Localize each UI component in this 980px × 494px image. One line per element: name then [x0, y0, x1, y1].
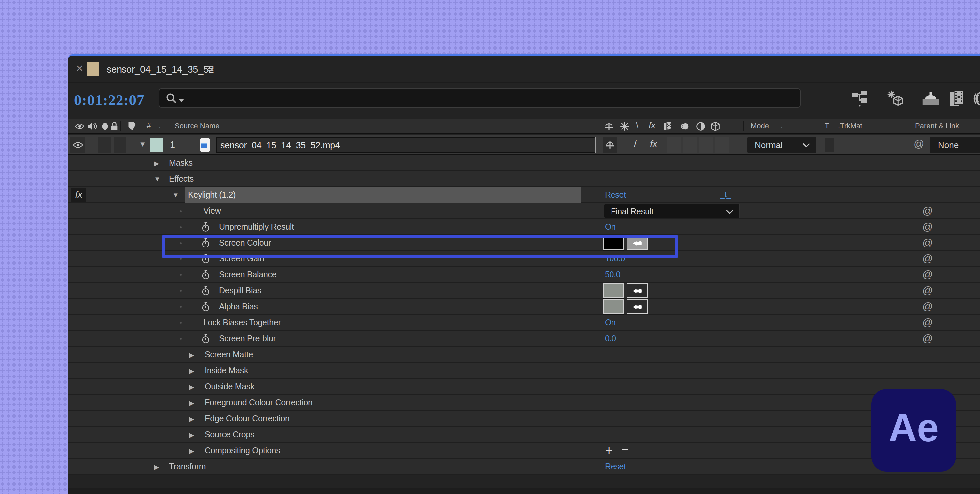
twirl-closed-icon[interactable]: ▶	[189, 431, 194, 439]
parent-pickwhip-icon[interactable]: @	[914, 138, 924, 150]
motion-blur-switch-icon[interactable]	[680, 121, 689, 131]
twirl-closed-icon[interactable]: ▶	[189, 399, 194, 407]
property-value[interactable]: 100.0	[605, 254, 625, 263]
row-view[interactable]: ViewFinal Result@	[68, 203, 980, 219]
tab-title[interactable]: sensor_04_15_14_35_52	[107, 64, 214, 75]
quality-switch-icon[interactable]: \	[636, 120, 638, 131]
solo-icon[interactable]	[100, 121, 110, 131]
panel-menu-icon[interactable]: ≡	[207, 63, 214, 74]
property-pickwhip-icon[interactable]: @	[923, 221, 933, 233]
stopwatch-icon[interactable]	[201, 222, 210, 232]
motion-blur-icon[interactable]	[973, 90, 980, 107]
composition-mini-flowchart-icon[interactable]	[851, 90, 869, 107]
stopwatch-icon[interactable]	[201, 238, 210, 248]
column-source-name[interactable]: Source Name	[175, 121, 220, 130]
twirl-closed-icon[interactable]: ▶	[189, 383, 194, 391]
search-options-arrow-icon[interactable]	[179, 99, 184, 102]
row-screen-matte[interactable]: ▶Screen Matte	[68, 347, 980, 363]
column-parent-link[interactable]: Parent & Link	[915, 121, 959, 130]
close-icon[interactable]: ✕	[76, 64, 83, 73]
video-switch-cell[interactable]	[70, 137, 85, 153]
stopwatch-icon[interactable]	[201, 286, 210, 296]
row-screen-balance[interactable]: Screen Balance50.0@	[68, 267, 980, 283]
property-value[interactable]: On	[605, 222, 616, 231]
row-unpremultiply-result[interactable]: Unpremultiply ResultOn@	[68, 219, 980, 235]
stopwatch-icon[interactable]	[201, 254, 210, 264]
quality-switch[interactable]: /	[634, 139, 637, 149]
solo-cell[interactable]	[98, 137, 111, 153]
row-inside-mask[interactable]: ▶Inside Mask	[68, 363, 980, 379]
trkmat-cell[interactable]	[825, 138, 834, 152]
3d-layer-icon[interactable]	[711, 121, 720, 131]
draft-3d-icon[interactable]	[886, 90, 904, 107]
colour-swatch[interactable]	[603, 300, 624, 314]
reset-link[interactable]: Reset	[605, 190, 626, 199]
audio-speaker-icon[interactable]	[88, 121, 97, 131]
shy-switch-cell[interactable]	[603, 137, 617, 153]
layer-row[interactable]: ▼ 1 sensor_04_15_14_35_52.mp4 / fx	[68, 135, 980, 155]
frame-blend-switch-icon[interactable]	[663, 121, 673, 131]
remove-option-button[interactable]: −	[622, 443, 629, 457]
column-number[interactable]: #	[147, 121, 151, 130]
fx-switch[interactable]: fx	[650, 139, 657, 149]
colour-swatch[interactable]	[603, 284, 624, 298]
layer-source-name-box[interactable]: sensor_04_15_14_35_52.mp4	[216, 137, 596, 153]
row-lock-biases-together[interactable]: Lock Biases TogetherOn@	[68, 315, 980, 331]
column-t[interactable]: T	[824, 121, 829, 130]
colour-swatch[interactable]	[603, 236, 624, 250]
twirl-open-icon[interactable]: ▼	[154, 175, 161, 183]
lock-cell[interactable]	[113, 137, 126, 153]
stopwatch-icon[interactable]	[201, 270, 210, 280]
row-outside-mask[interactable]: ▶Outside Mask	[68, 379, 980, 395]
layer-color-label[interactable]	[150, 137, 163, 152]
property-pickwhip-icon[interactable]: @	[923, 269, 933, 281]
stopwatch-icon[interactable]	[201, 334, 210, 344]
collapse-transformations-icon[interactable]	[620, 121, 630, 131]
row-foreground-colour-correction[interactable]: ▶Foreground Colour Correction	[68, 395, 980, 411]
property-pickwhip-icon[interactable]: @	[923, 205, 933, 217]
property-pickwhip-icon[interactable]: @	[923, 333, 933, 345]
current-time-display[interactable]: 0:01:22:07	[74, 91, 145, 108]
row-screen-pre-blur[interactable]: Screen Pre-blur0.0@	[68, 331, 980, 347]
blend-mode-dropdown[interactable]: Normal	[747, 137, 816, 153]
row-keylight-1-2-[interactable]: fx▼Keylight (1.2)Reset_t_	[68, 187, 980, 203]
layer-twirl-icon[interactable]: ▼	[139, 140, 146, 148]
property-pickwhip-icon[interactable]: @	[923, 301, 933, 313]
lock-icon[interactable]	[110, 121, 119, 131]
twirl-closed-icon[interactable]: ▶	[189, 415, 194, 423]
shy-switch-icon[interactable]	[604, 121, 614, 131]
property-pickwhip-icon[interactable]: @	[923, 237, 933, 249]
hide-shy-layers-icon[interactable]	[922, 90, 939, 107]
twirl-closed-icon[interactable]: ▶	[189, 447, 194, 455]
switch-cell[interactable]	[683, 137, 697, 153]
column-mode[interactable]: Mode	[751, 121, 769, 130]
effect-extra-link[interactable]: _t_	[721, 190, 731, 199]
eyedropper-button[interactable]	[627, 236, 648, 250]
search-input[interactable]	[159, 88, 800, 108]
row-screen-colour[interactable]: Screen Colour@	[68, 235, 980, 251]
switch-cell[interactable]	[667, 137, 681, 153]
twirl-closed-icon[interactable]: ▶	[189, 351, 194, 359]
stopwatch-icon[interactable]	[201, 302, 210, 312]
property-pickwhip-icon[interactable]: @	[923, 317, 933, 329]
eyedropper-button[interactable]	[627, 284, 648, 298]
switch-cell[interactable]	[715, 137, 729, 153]
eyedropper-button[interactable]	[627, 300, 648, 314]
row-despill-bias[interactable]: Despill Bias@	[68, 283, 980, 299]
row-transform[interactable]: ▶TransformReset	[68, 459, 980, 475]
property-pickwhip-icon[interactable]: @	[923, 253, 933, 265]
row-edge-colour-correction[interactable]: ▶Edge Colour Correction	[68, 411, 980, 427]
view-dropdown[interactable]: Final Result	[603, 204, 740, 218]
row-alpha-bias[interactable]: Alpha Bias@	[68, 299, 980, 315]
frame-blending-icon[interactable]	[948, 90, 966, 107]
add-option-button[interactable]: +	[605, 443, 612, 458]
property-value[interactable]: On	[605, 318, 616, 327]
row-masks[interactable]: ▶Masks	[68, 155, 980, 171]
property-pickwhip-icon[interactable]: @	[923, 285, 933, 297]
row-screen-gain[interactable]: Screen Gain100.0@	[68, 251, 980, 267]
reset-link[interactable]: Reset	[605, 462, 626, 471]
effect-fx-badge[interactable]: fx	[71, 188, 86, 202]
video-eye-icon[interactable]	[75, 121, 84, 131]
twirl-closed-icon[interactable]: ▶	[154, 463, 159, 471]
row-source-crops[interactable]: ▶Source Crops	[68, 427, 980, 443]
